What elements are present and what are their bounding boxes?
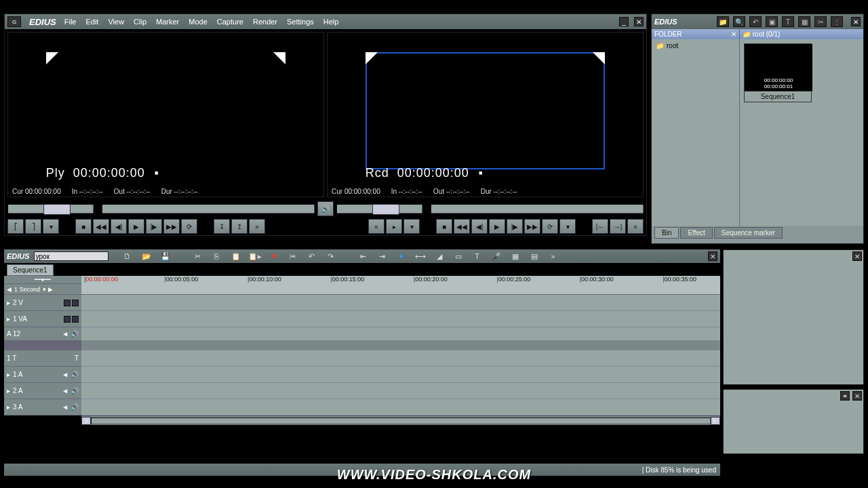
undo-icon[interactable]: ↶ — [305, 250, 319, 262]
copy-icon[interactable]: ⎘ — [210, 250, 224, 262]
paste-attr-icon[interactable]: 📋▸ — [248, 250, 262, 262]
step-back-button[interactable]: ◀| — [111, 219, 127, 234]
delete-icon[interactable]: ✕ — [267, 250, 281, 262]
timeline-scrollbar[interactable]: ◀▶ — [81, 415, 720, 425]
menu-marker[interactable]: Marker — [156, 18, 179, 26]
fastfwd-button-r[interactable]: ▶▶ — [524, 219, 540, 234]
more-r-button[interactable]: ▾ — [559, 219, 576, 234]
loop-button-r[interactable]: ⟳ — [542, 219, 558, 234]
sequence-tab[interactable]: Sequence1 — [7, 264, 54, 276]
title-icon[interactable]: T — [782, 16, 794, 27]
bin-tab-bin[interactable]: Bin — [654, 227, 679, 239]
shuttle-left[interactable] — [7, 204, 94, 214]
menu-view[interactable]: View — [108, 18, 124, 26]
next-edit-button[interactable]: » — [249, 219, 265, 234]
loop-button[interactable]: ⟳ — [181, 219, 197, 234]
project-name-input[interactable] — [34, 251, 108, 261]
track-a2[interactable] — [81, 383, 720, 399]
track-t1[interactable] — [81, 350, 720, 367]
menu-render[interactable]: Render — [253, 18, 277, 26]
audio-icon[interactable]: 🔊 — [317, 201, 334, 216]
set-out-button[interactable]: ↥ — [231, 219, 248, 234]
voiceover-icon[interactable]: 🎤 — [490, 250, 503, 262]
insert-button[interactable]: « — [368, 219, 384, 234]
minimize-button[interactable]: _ — [619, 17, 629, 26]
menu-clip[interactable]: Clip — [134, 18, 146, 26]
menu-capture[interactable]: Capture — [217, 18, 243, 26]
scrub-left[interactable] — [102, 204, 315, 214]
track-va1-v[interactable] — [81, 311, 720, 327]
grid-icon[interactable]: ▤ — [528, 250, 541, 262]
track-header-a3[interactable]: ▸3 A◄ 🔊 — [4, 399, 81, 415]
shuttle-right[interactable] — [336, 204, 422, 214]
rewind-button-r[interactable]: ◀◀ — [454, 219, 470, 234]
next-edit-button-r[interactable]: →| — [610, 219, 626, 234]
track-a3[interactable] — [81, 399, 720, 415]
timeline-close-button[interactable]: ✕ — [708, 251, 717, 261]
new-icon[interactable]: 🗋 — [121, 250, 134, 262]
clip-thumbnail[interactable]: 00:00:00:0000:00:00:01 Sequence1 — [744, 43, 812, 102]
transition-icon[interactable]: ⟷ — [414, 250, 427, 262]
track-header-v2[interactable]: ▸2 V — [4, 295, 81, 311]
title-tool-icon[interactable]: T — [471, 250, 484, 262]
zoom-slider[interactable]: ━━●━━ — [4, 276, 81, 284]
redo-icon[interactable]: ↷ — [324, 250, 338, 262]
track-header-va1[interactable]: ▸1 VA — [4, 311, 81, 327]
menu-help[interactable]: Help — [323, 18, 339, 26]
close-button[interactable]: ✕ — [634, 17, 644, 26]
stop-button[interactable]: ■ — [75, 219, 92, 234]
menu-mode[interactable]: Mode — [189, 18, 208, 26]
menu-edit[interactable]: Edit — [85, 18, 98, 26]
info-close-button[interactable]: ✕ — [852, 391, 862, 401]
play-button[interactable]: ▶ — [128, 219, 144, 234]
expand-tl-icon[interactable]: » — [547, 250, 560, 262]
track-a1[interactable] — [81, 367, 720, 383]
prev-edit-button[interactable]: |← — [592, 219, 608, 234]
mark-out-icon[interactable]: ⎤ — [25, 219, 41, 234]
menu-settings[interactable]: Settings — [287, 18, 314, 26]
ripple-delete-icon[interactable]: ✂̵ — [286, 250, 300, 262]
stop-button-r[interactable]: ■ — [436, 219, 452, 234]
fade-icon[interactable]: ◢ — [433, 250, 446, 262]
split-icon[interactable]: ✦ — [395, 250, 408, 262]
scrub-right[interactable] — [431, 204, 644, 214]
overwrite-button[interactable]: ▸ — [386, 219, 402, 234]
play-button-r[interactable]: ▶ — [489, 219, 505, 234]
bin-close-button[interactable]: ✕ — [851, 17, 861, 26]
more-icon[interactable]: ▾ — [43, 219, 59, 234]
effect-close-button[interactable]: ✕ — [852, 251, 862, 261]
step-fwd-button[interactable]: |▶ — [146, 219, 162, 234]
bin-tab-effect[interactable]: Effect — [680, 227, 712, 239]
scissors-icon[interactable]: ✂ — [191, 250, 205, 262]
fastfwd-button[interactable]: ▶▶ — [163, 219, 180, 234]
layout-icon[interactable]: ▭ — [452, 250, 465, 262]
step-back-button-r[interactable]: ◀| — [471, 219, 488, 234]
render-icon[interactable]: ▦ — [509, 250, 522, 262]
search-icon[interactable]: 🔍 — [733, 16, 745, 27]
folder-root[interactable]: 📁 root — [656, 42, 735, 49]
folder-icon[interactable]: 📁 — [717, 16, 729, 27]
menu-file[interactable]: File — [64, 18, 77, 26]
mark-in-icon[interactable]: ⎡ — [7, 219, 24, 234]
open-icon[interactable]: 📂 — [140, 250, 153, 262]
track-header-a1[interactable]: ▸1 A◄ 🔊 — [4, 367, 81, 383]
track-header-a2[interactable]: ▸2 A◄ 🔊 — [4, 383, 81, 399]
paste-icon[interactable]: 📋 — [229, 250, 243, 262]
rewind-button[interactable]: ◀◀ — [93, 219, 109, 234]
expand-button[interactable]: » — [627, 219, 644, 234]
trim-in-icon[interactable]: ⇤ — [357, 250, 370, 262]
track-header-t1[interactable]: 1 TT — [4, 350, 81, 367]
bin-tab-seqmarker[interactable]: Sequence marker — [714, 227, 783, 239]
info-link-icon[interactable]: ⚭ — [840, 391, 850, 401]
track-v2[interactable] — [81, 295, 720, 311]
set-in-button[interactable]: ↧ — [214, 219, 230, 234]
track-va1-a[interactable] — [81, 327, 720, 341]
folder-close-icon[interactable]: ✕ — [731, 30, 736, 38]
step-fwd-button-r[interactable]: |▶ — [507, 219, 523, 234]
new-seq-icon[interactable]: ▣ — [766, 16, 778, 27]
track-header-va1-audio[interactable]: A 12◄ 🔊 — [4, 327, 81, 341]
save-icon[interactable]: 💾 — [159, 250, 172, 262]
view-icon[interactable]: ⋮ — [831, 16, 843, 27]
time-ruler[interactable]: 00:00:00:00 00:00:05:00 00:00:10:00 00:0… — [81, 276, 720, 295]
scale-selector[interactable]: ◀ 1 Second ▾ ▶ — [4, 284, 81, 295]
